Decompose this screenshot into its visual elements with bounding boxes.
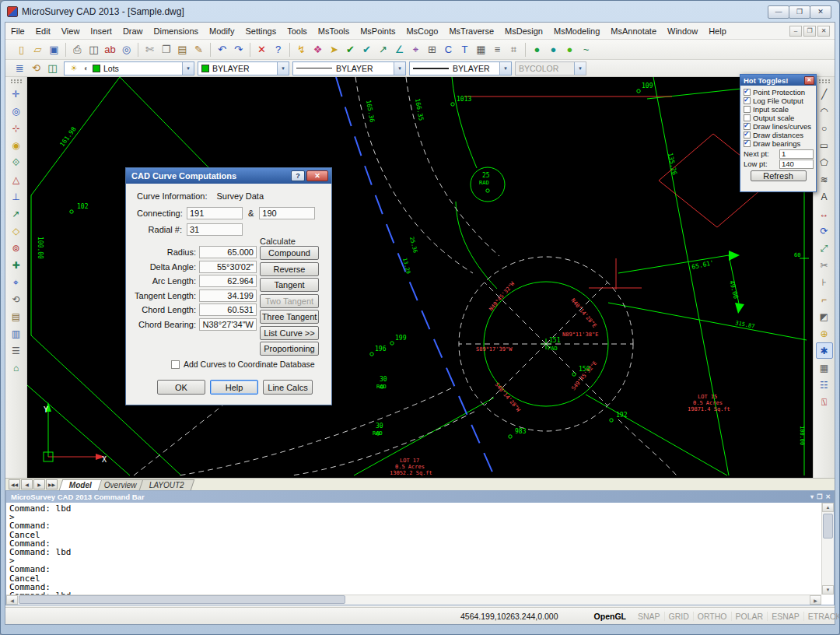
menu-file[interactable]: File — [5, 23, 30, 40]
ms-text-icon[interactable]: T — [457, 41, 473, 58]
menu-edit[interactable]: Edit — [30, 23, 56, 40]
menu-draw[interactable]: Draw — [117, 23, 149, 40]
print-preview-icon[interactable]: ◫ — [86, 41, 102, 58]
circle-teal-icon[interactable]: ● — [545, 41, 562, 58]
line-calcs-button[interactable]: Line Calcs — [263, 380, 313, 395]
named-views-icon[interactable]: ▤ — [8, 308, 25, 325]
save-icon[interactable]: ▣ — [46, 41, 62, 58]
trim-icon[interactable]: ✂ — [816, 257, 833, 273]
radial-field[interactable]: 31 — [187, 223, 243, 236]
command-hscrollbar[interactable]: ◀ ▶ — [6, 595, 821, 605]
cut-icon[interactable]: ✄ — [142, 41, 158, 58]
grid-display-icon[interactable]: ▦ — [816, 360, 833, 376]
add-curves-checkbox[interactable] — [171, 360, 180, 369]
layer-combo-arrow-icon[interactable]: ▾ — [182, 62, 194, 75]
menu-msannotate[interactable]: MsAnnotate — [605, 23, 662, 40]
scroll-right-icon[interactable]: ▶ — [810, 595, 821, 605]
toggle-checkbox[interactable] — [744, 140, 751, 147]
status-toggle-snap[interactable]: SNAP — [634, 612, 665, 621]
ms-lightning-icon[interactable]: ↯ — [293, 41, 310, 58]
ms-grid-icon[interactable]: ⊞ — [424, 41, 440, 58]
menu-msmodeling[interactable]: MsModeling — [548, 23, 605, 40]
menu-msdesign[interactable]: MsDesign — [499, 23, 548, 40]
fillet-icon[interactable]: ⌐ — [816, 291, 833, 307]
snap-node-icon[interactable]: ⊚ — [8, 240, 25, 256]
snap-midpoint-icon[interactable]: △ — [8, 171, 25, 188]
new-drawing-icon[interactable]: ▯ — [13, 41, 30, 58]
menu-insert[interactable]: Insert — [85, 23, 117, 40]
refresh-button[interactable]: Refresh — [751, 170, 807, 181]
dialog-help-icon[interactable]: ? — [291, 170, 305, 181]
palette-close-icon[interactable]: ✕ — [804, 76, 814, 85]
layer-explore-icon[interactable]: ◫ — [44, 60, 61, 76]
title-bar[interactable]: MicroSurvey CAD 2013 - [Sample.dwg] — ❐ … — [5, 3, 835, 20]
color-combo[interactable]: BYLAYER ▾ — [198, 61, 289, 75]
draw-arc-icon[interactable]: ◠ — [816, 103, 833, 119]
draw-polygon-icon[interactable]: ⬠ — [816, 154, 833, 170]
toggle-checkbox[interactable] — [744, 97, 751, 104]
command-bar-title[interactable]: MicroSurvey CAD 2013 Command Bar ▾ ❐ ✕ — [6, 491, 834, 503]
toggle-checkbox[interactable] — [744, 132, 751, 139]
scroll-up-icon[interactable]: ▲ — [822, 503, 834, 512]
linetype-combo-arrow-icon[interactable]: ▾ — [394, 62, 405, 75]
snap-nearest-icon[interactable]: ⌖ — [8, 274, 25, 290]
menu-tools[interactable]: Tools — [282, 23, 313, 40]
menu-mspoints[interactable]: MsPoints — [355, 23, 401, 40]
dialog-close-icon[interactable]: ✕ — [306, 170, 328, 181]
toolbar-grip[interactable] — [11, 79, 22, 83]
lineweight-combo-arrow-icon[interactable]: ▾ — [499, 62, 511, 75]
layers-panel-icon[interactable]: ▥ — [8, 325, 25, 342]
circle-lime-icon[interactable]: ● — [562, 41, 578, 58]
ok-button[interactable]: OK — [157, 380, 205, 395]
snap-endpoint-icon[interactable]: ⊹ — [8, 120, 25, 136]
three-tangent-button[interactable]: Three Tangent — [260, 310, 319, 324]
status-toggle-ortho[interactable]: ORTHO — [694, 612, 732, 621]
ms-bearing-icon[interactable]: ↗ — [375, 41, 391, 58]
curve-field-value[interactable]: 65.000 — [199, 246, 257, 258]
snap-intersection-icon[interactable]: ⟐ — [8, 154, 25, 170]
undo-icon[interactable]: ↶ — [214, 41, 230, 58]
open-icon[interactable]: ▱ — [30, 41, 46, 58]
erase-icon[interactable]: ⍂ — [816, 394, 833, 410]
snap-tangent-icon[interactable]: ↗ — [8, 205, 25, 222]
toggle-checkbox[interactable] — [744, 89, 751, 96]
curve-field-value[interactable]: 60.531 — [199, 303, 257, 316]
toggle-row[interactable]: Draw lines/curves — [740, 122, 816, 131]
ms-table-icon[interactable]: ▦ — [473, 41, 489, 58]
ms-angle-icon[interactable]: ∠ — [391, 41, 408, 58]
ms-check-teal-icon[interactable]: ✔ — [359, 41, 375, 58]
cancel-icon[interactable]: ✕ — [254, 41, 270, 58]
find-icon[interactable]: ◎ — [118, 41, 135, 58]
active-tool-icon[interactable]: ✱ — [816, 342, 833, 359]
copy-icon[interactable]: ❐ — [158, 41, 174, 58]
snap-quadrant-icon[interactable]: ◇ — [8, 223, 25, 239]
tab-prev-icon[interactable]: ◀ — [21, 479, 33, 489]
ms-palette-icon[interactable]: ❖ — [310, 41, 326, 58]
menu-window[interactable]: Window — [662, 23, 703, 40]
list-curve-button[interactable]: List Curve >> — [260, 326, 319, 340]
redo-icon[interactable]: ↷ — [230, 41, 247, 58]
help-button[interactable]: Help — [210, 380, 258, 395]
menu-mstools[interactable]: MsTools — [313, 23, 355, 40]
toggle-row[interactable]: Point Protection — [740, 88, 816, 96]
toggle-checkbox[interactable] — [744, 114, 751, 121]
vscroll-thumb[interactable] — [823, 514, 833, 539]
draw-line-icon[interactable]: ╱ — [816, 86, 833, 102]
dialog-title-bar[interactable]: CAD Curve Computations ? ✕ — [126, 168, 331, 184]
command-bar-close-icon[interactable]: ✕ — [825, 493, 831, 500]
palette-title-bar[interactable]: Hot Toggles! ✕ — [740, 75, 816, 86]
compound-button[interactable]: Compound — [260, 246, 319, 260]
tab-model[interactable]: Model — [59, 479, 102, 490]
zoom-icon[interactable]: ◎ — [8, 103, 25, 119]
draw-spline-icon[interactable]: ≋ — [816, 171, 833, 188]
ms-traverse-icon[interactable]: ⌖ — [408, 41, 424, 58]
regen-icon[interactable]: ⟲ — [8, 291, 25, 307]
snap-insert-icon[interactable]: ✚ — [8, 257, 25, 273]
toggle-row[interactable]: Draw distances — [740, 131, 816, 139]
scale-icon[interactable]: ⤢ — [816, 240, 833, 256]
toolbar-grip[interactable] — [819, 79, 830, 83]
connect-icon[interactable]: ~ — [578, 41, 594, 58]
tab-first-icon[interactable]: ◀◀ — [9, 479, 20, 489]
tab-layout2[interactable]: LAYOUT2 — [138, 479, 194, 490]
status-toggle-esnap[interactable]: ESNAP — [768, 612, 804, 621]
